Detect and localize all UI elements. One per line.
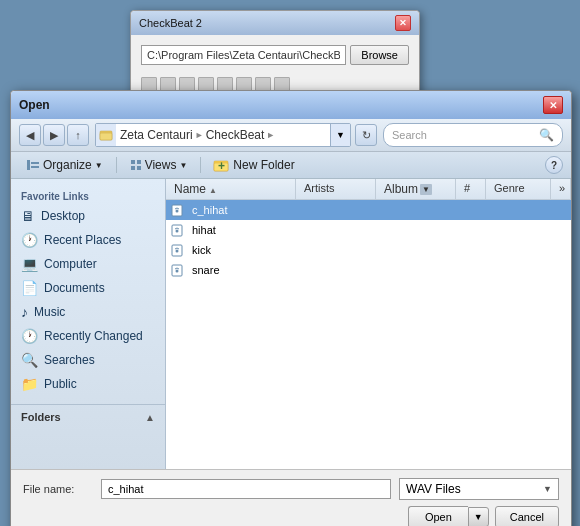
sidebar-item-desktop-label: Desktop xyxy=(41,209,85,223)
file-name-c-hihat: c_hihat xyxy=(188,203,571,217)
file-list-area: Name ▲ Artists Album ▼ # Genre » xyxy=(166,179,571,469)
file-list-header: Name ▲ Artists Album ▼ # Genre » xyxy=(166,179,571,200)
forward-button[interactable]: ▶ xyxy=(43,124,65,146)
column-header-artists[interactable]: Artists xyxy=(296,179,376,199)
up-button[interactable]: ↑ xyxy=(67,124,89,146)
sidebar-item-recently-changed[interactable]: 🕐 Recently Changed xyxy=(11,324,165,348)
open-dialog: Open ✕ ◀ ▶ ↑ Zeta Centauri ► CheckBeat ►… xyxy=(10,90,572,526)
svg-rect-5 xyxy=(131,160,135,164)
breadcrumb-sep1: ► xyxy=(195,130,204,140)
new-folder-label: New Folder xyxy=(233,158,294,172)
file-icon-snare xyxy=(168,262,186,278)
filename-label: File name: xyxy=(23,483,93,495)
svg-point-13 xyxy=(176,210,179,213)
checkbeat-close-button[interactable]: ✕ xyxy=(395,15,411,31)
filetype-value: WAV Files xyxy=(406,482,461,496)
file-icon-hihat xyxy=(168,222,186,238)
filename-input[interactable] xyxy=(101,479,391,499)
sidebar-item-computer-label: Computer xyxy=(44,257,97,271)
sidebar-item-recently-changed-label: Recently Changed xyxy=(44,329,143,343)
column-header-more[interactable]: » xyxy=(551,179,571,199)
music-icon: ♪ xyxy=(21,304,28,320)
file-icon-kick xyxy=(168,242,186,258)
sidebar-item-searches[interactable]: 🔍 Searches xyxy=(11,348,165,372)
file-name-snare: snare xyxy=(188,263,571,277)
file-item-snare[interactable]: snare xyxy=(166,260,571,280)
album-dropdown[interactable]: ▼ xyxy=(420,184,432,195)
open-button[interactable]: Open xyxy=(408,506,468,526)
sidebar-item-music-label: Music xyxy=(34,305,65,319)
column-header-number[interactable]: # xyxy=(456,179,486,199)
dialog-titlebar: Open ✕ xyxy=(11,91,571,119)
organize-label: Organize xyxy=(43,158,92,172)
organize-button[interactable]: Organize ▼ xyxy=(19,155,110,175)
dialog-title: Open xyxy=(19,98,50,112)
help-button[interactable]: ? xyxy=(545,156,563,174)
svg-rect-2 xyxy=(27,160,30,170)
computer-icon: 💻 xyxy=(21,256,38,272)
recent-places-icon: 🕐 xyxy=(21,232,38,248)
public-icon: 📁 xyxy=(21,376,38,392)
sidebar-item-public[interactable]: 📁 Public xyxy=(11,372,165,396)
checkbeat-title: CheckBeat 2 xyxy=(139,17,202,29)
recently-changed-icon: 🕐 xyxy=(21,328,38,344)
sidebar-item-desktop[interactable]: 🖥 Desktop xyxy=(11,204,165,228)
file-item-kick[interactable]: kick xyxy=(166,240,571,260)
back-button[interactable]: ◀ xyxy=(19,124,41,146)
sidebar-item-computer[interactable]: 💻 Computer xyxy=(11,252,165,276)
name-sort-arrow: ▲ xyxy=(209,186,217,195)
sidebar-item-documents-label: Documents xyxy=(44,281,105,295)
sidebar-item-searches-label: Searches xyxy=(44,353,95,367)
sidebar-item-documents[interactable]: 📄 Documents xyxy=(11,276,165,300)
svg-rect-8 xyxy=(137,166,141,170)
file-icon-c-hihat xyxy=(168,202,186,218)
documents-icon: 📄 xyxy=(21,280,38,296)
views-button[interactable]: Views ▼ xyxy=(123,155,195,175)
sidebar-item-public-label: Public xyxy=(44,377,77,391)
svg-rect-7 xyxy=(131,166,135,170)
file-item-hihat[interactable]: hihat xyxy=(166,220,571,240)
browse-button[interactable]: Browse xyxy=(350,45,409,65)
sidebar-section-title: Favorite Links xyxy=(11,187,165,204)
searches-icon: 🔍 xyxy=(21,352,38,368)
checkbeat-titlebar: CheckBeat 2 ✕ xyxy=(131,11,419,35)
file-name-hihat: hihat xyxy=(188,223,571,237)
sidebar-item-recent-places[interactable]: 🕐 Recent Places xyxy=(11,228,165,252)
breadcrumb-dropdown-button[interactable]: ▼ xyxy=(330,124,350,146)
filetype-arrow-icon: ▼ xyxy=(543,484,552,494)
filetype-dropdown[interactable]: WAV Files ▼ xyxy=(399,478,559,500)
checkbeat-path-input[interactable] xyxy=(141,45,346,65)
refresh-button[interactable]: ↻ xyxy=(355,124,377,146)
dialog-close-button[interactable]: ✕ xyxy=(543,96,563,114)
breadcrumb-root: Zeta Centauri xyxy=(120,128,193,142)
column-header-name[interactable]: Name ▲ xyxy=(166,179,296,199)
file-name-kick: kick xyxy=(188,243,571,257)
folders-section[interactable]: Folders ▲ xyxy=(11,404,165,429)
breadcrumb: Zeta Centauri ► CheckBeat ► xyxy=(116,128,330,142)
file-item-c-hihat[interactable]: c_hihat xyxy=(166,200,571,220)
dialog-toolbar2: Organize ▼ Views ▼ + New Folder ? xyxy=(11,152,571,179)
location-bar: Zeta Centauri ► CheckBeat ► ▼ xyxy=(95,123,351,147)
checkbeat-path-row: Browse xyxy=(141,45,409,65)
svg-rect-6 xyxy=(137,160,141,164)
folders-label: Folders xyxy=(21,411,61,423)
column-header-album[interactable]: Album ▼ xyxy=(376,179,456,199)
new-folder-button[interactable]: + New Folder xyxy=(207,156,300,174)
svg-rect-1 xyxy=(100,133,112,140)
sidebar-item-music[interactable]: ♪ Music xyxy=(11,300,165,324)
sidebar-item-recent-places-label: Recent Places xyxy=(44,233,121,247)
column-header-genre[interactable]: Genre xyxy=(486,179,551,199)
dialog-toolbar: ◀ ▶ ↑ Zeta Centauri ► CheckBeat ► ▼ ↻ Se… xyxy=(11,119,571,152)
breadcrumb-current: CheckBeat xyxy=(206,128,265,142)
svg-rect-4 xyxy=(31,166,39,168)
open-button-arrow[interactable]: ▼ xyxy=(468,507,489,526)
cancel-button[interactable]: Cancel xyxy=(495,506,559,526)
svg-rect-3 xyxy=(31,162,39,164)
sidebar: Favorite Links 🖥 Desktop 🕐 Recent Places… xyxy=(11,179,166,469)
dialog-bottom: File name: WAV Files ▼ Open ▼ Cancel xyxy=(11,469,571,526)
views-label: Views xyxy=(145,158,177,172)
views-arrow: ▼ xyxy=(179,161,187,170)
search-icon[interactable]: 🔍 xyxy=(539,128,554,142)
svg-point-15 xyxy=(176,230,179,233)
breadcrumb-sep2: ► xyxy=(266,130,275,140)
